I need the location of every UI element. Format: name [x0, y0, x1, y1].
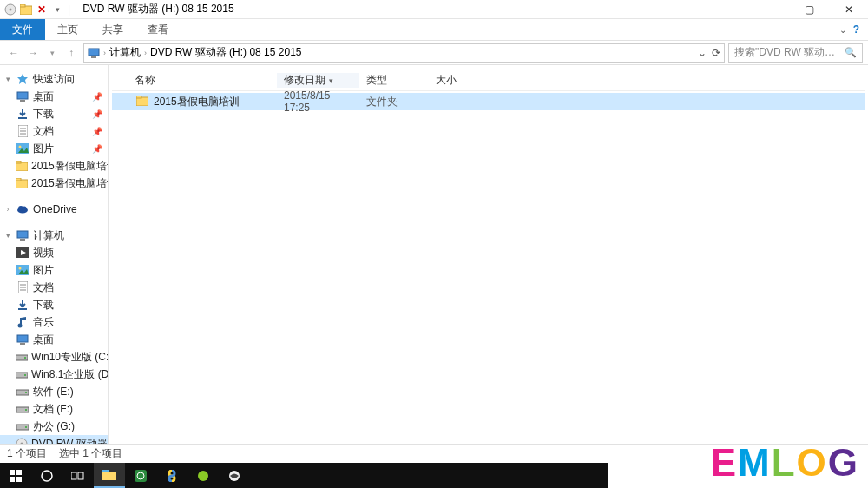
svg-rect-5 — [91, 56, 96, 58]
tree-item[interactable]: 视频 — [0, 244, 108, 261]
chevron-right-icon[interactable]: › — [144, 49, 147, 57]
tree-item[interactable]: 图片📌 — [0, 140, 108, 157]
taskbar-app-1[interactable] — [125, 463, 156, 488]
pc-icon — [88, 48, 100, 58]
chevron-right-icon[interactable]: › — [3, 205, 12, 214]
tree-label: 音乐 — [33, 315, 54, 330]
breadcrumb-current[interactable]: DVD RW 驱动器 (H:) 08 15 2015 — [150, 45, 302, 60]
recent-dropdown[interactable]: ▾ — [43, 44, 61, 62]
close-button[interactable]: ✕ — [829, 0, 868, 19]
tree-item[interactable]: Win10专业版 (C:) — [0, 348, 108, 366]
pin-icon: 📌 — [92, 127, 102, 136]
taskbar-explorer[interactable] — [94, 463, 125, 488]
cortana-button[interactable] — [31, 463, 62, 488]
tree-item[interactable]: DVD RW 驱动器 (H — [0, 435, 108, 444]
file-rows: 2015暑假电脑培训2015/8/15 17:25文件夹 — [108, 91, 868, 112]
tree-item[interactable]: 桌面📌 — [0, 88, 108, 105]
tree-label: 视频 — [33, 246, 54, 260]
tree-label: 桌面 — [33, 333, 54, 347]
back-button[interactable]: ← — [5, 44, 23, 62]
download-icon — [16, 107, 30, 121]
status-selected-count: 选中 1 个项目 — [59, 446, 122, 461]
tree-item[interactable]: 下载 — [0, 296, 108, 313]
svg-rect-7 — [17, 92, 28, 99]
column-type[interactable]: 类型 — [359, 73, 429, 88]
minimize-button[interactable]: — — [751, 0, 790, 19]
help-button[interactable]: ? — [853, 23, 859, 36]
video-icon — [16, 246, 30, 260]
chevron-down-icon[interactable]: ▾ — [3, 231, 12, 240]
tree-label: 图片 — [33, 263, 54, 278]
svg-rect-3 — [20, 4, 25, 7]
tree-label: 文档 — [33, 280, 54, 295]
maximize-button[interactable]: ▢ — [790, 0, 829, 19]
address-dropdown-icon[interactable]: ⌄ — [698, 47, 707, 59]
file-list-pane: 名称 修改日期▾ 类型 大小 2015暑假电脑培训2015/8/15 17:25… — [108, 65, 868, 444]
refresh-button[interactable]: ⟳ — [712, 47, 720, 59]
tree-label: 下载 — [33, 298, 54, 313]
file-date: 2015/8/15 17:25 — [277, 89, 359, 114]
svg-point-42 — [24, 374, 26, 376]
column-size[interactable]: 大小 — [429, 73, 481, 88]
qat-dropdown-icon[interactable]: ▾ — [50, 3, 64, 16]
picture-icon — [16, 263, 30, 277]
search-placeholder: 搜索"DVD RW 驱动器 (H:) 0... — [734, 45, 845, 60]
tree-item[interactable]: 文档 (F:) — [0, 400, 108, 418]
delete-icon[interactable]: ✕ — [35, 3, 49, 16]
up-button[interactable]: ↑ — [62, 44, 80, 62]
column-date[interactable]: 修改日期▾ — [277, 73, 359, 88]
tab-view[interactable]: 查看 — [135, 19, 181, 40]
tree-computer[interactable]: ▾ 计算机 — [0, 227, 108, 244]
addressbar-right: ⌄ ⟳ — [698, 47, 720, 59]
tree-item[interactable]: 图片 — [0, 261, 108, 279]
tree-item[interactable]: 文档 — [0, 279, 108, 296]
forward-button[interactable]: → — [24, 44, 42, 62]
window-title: DVD RW 驱动器 (H:) 08 15 2015 — [82, 2, 234, 16]
pin-icon: 📌 — [92, 109, 102, 119]
pin-icon: 📌 — [92, 144, 102, 154]
svg-marker-6 — [17, 74, 28, 84]
taskbar-app-2[interactable] — [156, 463, 187, 488]
breadcrumb-computer[interactable]: 计算机 — [109, 45, 141, 60]
file-type: 文件夹 — [359, 95, 429, 109]
tree-item[interactable]: 办公 (G:) — [0, 418, 108, 435]
ribbon-expand-icon[interactable]: ⌄ — [839, 25, 846, 35]
cloud-icon — [16, 202, 30, 216]
download-icon — [16, 298, 30, 312]
start-button[interactable] — [0, 463, 31, 488]
taskbar-app-4[interactable] — [219, 463, 250, 488]
column-name[interactable]: 名称 — [112, 73, 277, 88]
address-bar[interactable]: › 计算机 › DVD RW 驱动器 (H:) 08 15 2015 ⌄ ⟳ — [83, 43, 725, 63]
tree-item[interactable]: 桌面 — [0, 331, 108, 348]
tree-item[interactable]: 文档📌 — [0, 122, 108, 140]
tab-home[interactable]: 主页 — [45, 19, 90, 40]
window-controls: — ▢ ✕ — [751, 0, 868, 19]
drive-icon — [16, 402, 30, 416]
tab-file[interactable]: 文件 — [0, 19, 45, 40]
tree-item[interactable]: Win8.1企业版 (D:) — [0, 366, 108, 383]
computer-icon — [16, 228, 30, 242]
taskview-button[interactable] — [62, 463, 94, 488]
file-row[interactable]: 2015暑假电脑培训2015/8/15 17:25文件夹 — [112, 93, 865, 110]
desktop-icon — [16, 333, 30, 346]
svg-point-15 — [19, 146, 22, 148]
tab-share[interactable]: 共享 — [90, 19, 135, 40]
main-pane: ▾ 快速访问 桌面📌下载📌文档📌图片📌2015暑假电脑培训2015暑假电脑培训 … — [0, 65, 868, 444]
tree-quick-access[interactable]: ▾ 快速访问 — [0, 70, 108, 88]
taskbar-app-3[interactable] — [187, 463, 219, 488]
taskbar — [0, 463, 608, 488]
tree-item[interactable]: 下载📌 — [0, 105, 108, 122]
tree-item[interactable]: 2015暑假电脑培训 — [0, 157, 108, 175]
svg-rect-68 — [135, 470, 147, 482]
chevron-down-icon[interactable]: ▾ — [3, 75, 12, 83]
desktop-icon — [16, 89, 30, 103]
tree-item[interactable]: 软件 (E:) — [0, 383, 108, 400]
chevron-right-icon[interactable]: › — [103, 49, 106, 57]
tree-onedrive[interactable]: › OneDrive — [0, 201, 108, 218]
svg-rect-66 — [102, 472, 116, 480]
search-input[interactable]: 搜索"DVD RW 驱动器 (H:) 0... 🔍 — [728, 43, 863, 63]
tree-item[interactable]: 音乐 — [0, 313, 108, 331]
tree-item[interactable]: 2015暑假电脑培训 — [0, 175, 108, 192]
svg-rect-4 — [89, 49, 99, 56]
svg-rect-61 — [10, 477, 15, 482]
